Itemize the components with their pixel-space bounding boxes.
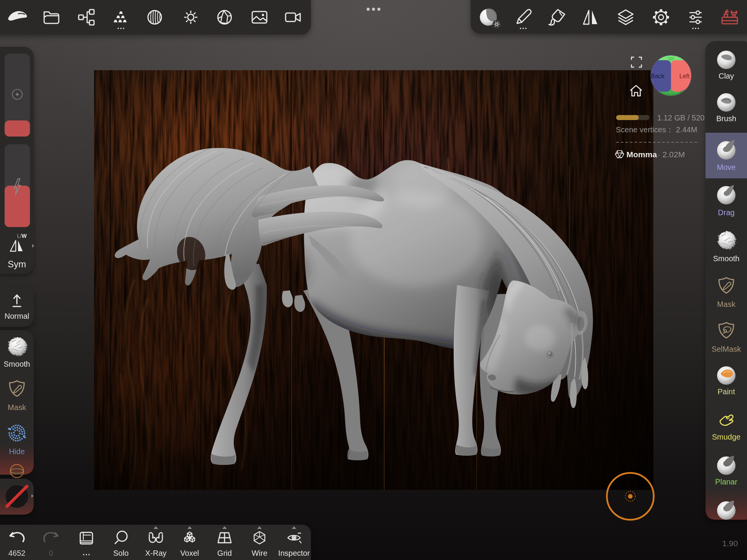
svg-text:· 2.02M: · 2.02M: [658, 150, 685, 159]
svg-text:1.90: 1.90: [722, 539, 738, 548]
svg-text:Left: Left: [679, 73, 690, 79]
